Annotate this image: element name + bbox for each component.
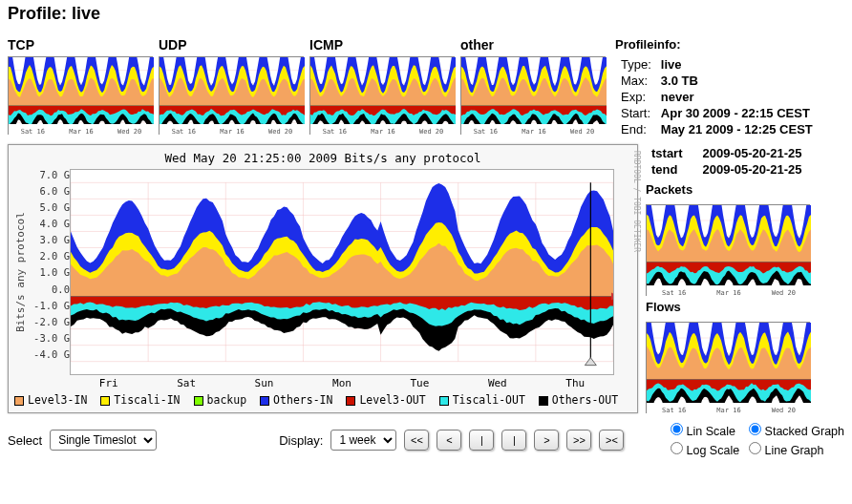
xaxis-ticks: FriSatSunMonTueWedThu bbox=[70, 377, 614, 389]
mini-chart-tcp-svg: Sat 16Mar 16Wed 20 bbox=[9, 57, 154, 136]
proto-icmp-label: ICMP bbox=[309, 37, 455, 52]
main-chart[interactable] bbox=[70, 169, 614, 375]
svg-text:Mar 16: Mar 16 bbox=[371, 128, 394, 136]
svg-text:Wed 20: Wed 20 bbox=[117, 128, 141, 136]
svg-text:Sat 16: Sat 16 bbox=[474, 128, 498, 136]
svg-text:Mar 16: Mar 16 bbox=[716, 289, 740, 297]
flows-label: Flows bbox=[646, 300, 837, 314]
svg-text:Wed 20: Wed 20 bbox=[772, 407, 796, 414]
display-range[interactable]: 1 week bbox=[330, 430, 396, 451]
pi-exp-v: never bbox=[661, 90, 694, 104]
nav-prev-button[interactable]: < bbox=[437, 430, 461, 451]
time-table: tstart2009-05-20-21-25 tend2009-05-20-21… bbox=[646, 144, 837, 178]
nav-mark1-button[interactable]: | bbox=[469, 430, 494, 451]
select-label: Select bbox=[8, 433, 42, 448]
tstart-k: tstart bbox=[651, 146, 683, 160]
svg-text:Mar 16: Mar 16 bbox=[522, 128, 545, 136]
yaxis-label: Bits/s any protocol bbox=[14, 169, 28, 375]
mini-chart-udp[interactable]: Sat 16Mar 16Wed 20 bbox=[159, 56, 304, 135]
svg-text:Mar 16: Mar 16 bbox=[69, 128, 93, 136]
pi-end-k: End: bbox=[617, 122, 655, 136]
tstart-v: 2009-05-20-21-25 bbox=[703, 146, 802, 160]
radio-logscale[interactable]: Log Scale bbox=[671, 442, 739, 457]
mini-chart-packets[interactable]: Sat 16Mar 16Wed 20 bbox=[646, 204, 810, 296]
mini-chart-flows[interactable]: Sat 16Mar 16Wed 20 bbox=[646, 322, 810, 413]
pi-max-k: Max: bbox=[617, 74, 655, 88]
radio-line[interactable]: Line Graph bbox=[749, 442, 844, 457]
scale-radios: Lin Scale Stacked Graph Log Scale Line G… bbox=[671, 423, 844, 457]
svg-text:Sat 16: Sat 16 bbox=[323, 128, 347, 136]
svg-text:Sat 16: Sat 16 bbox=[21, 128, 45, 136]
svg-text:Wed 20: Wed 20 bbox=[268, 128, 292, 136]
yaxis-ticks: 7.0 G6.0 G5.0 G4.0 G3.0 G2.0 G1.0 G0.0-1… bbox=[30, 169, 70, 360]
main-chart-panel: Wed May 20 21:25:00 2009 Bits/s any prot… bbox=[8, 144, 638, 413]
legend-others_in: Others-IN bbox=[260, 393, 332, 407]
proto-tcp-label: TCP bbox=[8, 37, 153, 52]
select-timeslot[interactable]: Single Timeslot bbox=[50, 430, 157, 451]
mini-chart-packets-svg: Sat 16Mar 16Wed 20 bbox=[647, 205, 811, 297]
legend-level3_out: Level3-OUT bbox=[346, 393, 425, 407]
proto-tcp: TCP Sat 16Mar 16Wed 20 bbox=[8, 37, 153, 135]
profileinfo-label: Profileinfo: bbox=[615, 37, 819, 52]
svg-text:Mar 16: Mar 16 bbox=[716, 407, 740, 414]
pi-start-k: Start: bbox=[617, 106, 655, 120]
svg-text:Wed 20: Wed 20 bbox=[772, 289, 796, 297]
nav-last-button[interactable]: >> bbox=[566, 430, 591, 451]
nav-mark2-button[interactable]: | bbox=[501, 430, 526, 451]
proto-udp-label: UDP bbox=[159, 37, 304, 52]
mini-chart-other-svg: Sat 16Mar 16Wed 20 bbox=[461, 57, 607, 136]
radio-linscale[interactable]: Lin Scale bbox=[671, 423, 739, 438]
svg-marker-67 bbox=[611, 293, 614, 301]
proto-other-label: other bbox=[460, 37, 606, 52]
proto-other: other Sat 16Mar 16Wed 20 bbox=[460, 37, 606, 135]
proto-udp: UDP Sat 16Mar 16Wed 20 bbox=[159, 37, 304, 135]
legend-level3_in: Level3-IN bbox=[14, 393, 87, 407]
pi-type-v: live bbox=[661, 57, 682, 72]
display-label: Display: bbox=[279, 433, 323, 448]
svg-text:Sat 16: Sat 16 bbox=[662, 289, 686, 297]
nav-zoom-button[interactable]: >< bbox=[599, 430, 624, 451]
svg-text:Wed 20: Wed 20 bbox=[419, 128, 443, 136]
nav-next-button[interactable]: > bbox=[534, 430, 559, 451]
mini-chart-icmp-svg: Sat 16Mar 16Wed 20 bbox=[310, 57, 456, 136]
legend-tiscali_in: Tiscali-IN bbox=[100, 393, 180, 407]
svg-text:Sat 16: Sat 16 bbox=[172, 128, 196, 136]
mini-chart-other[interactable]: Sat 16Mar 16Wed 20 bbox=[460, 56, 606, 135]
legend-others_out: Others-OUT bbox=[539, 393, 618, 407]
mini-chart-tcp[interactable]: Sat 16Mar 16Wed 20 bbox=[8, 56, 153, 135]
pi-start-v: Apr 30 2009 - 22:15 CEST bbox=[661, 106, 810, 120]
pi-exp-k: Exp: bbox=[617, 90, 655, 104]
legend-tiscali_out: Tiscali-OUT bbox=[439, 393, 525, 407]
proto-icmp: ICMP Sat 16Mar 16Wed 20 bbox=[309, 37, 455, 135]
packets-label: Packets bbox=[646, 182, 837, 197]
radio-stacked[interactable]: Stacked Graph bbox=[749, 423, 844, 438]
legend: Level3-INTiscali-INbackupOthers-INLevel3… bbox=[14, 393, 631, 407]
main-chart-title: Wed May 20 21:25:00 2009 Bits/s any prot… bbox=[14, 151, 631, 165]
svg-text:Mar 16: Mar 16 bbox=[220, 128, 244, 136]
mini-chart-flows-svg: Sat 16Mar 16Wed 20 bbox=[647, 323, 811, 414]
nav-first-button[interactable]: << bbox=[404, 430, 429, 451]
pi-max-v: 3.0 TB bbox=[661, 74, 698, 88]
mini-chart-icmp[interactable]: Sat 16Mar 16Wed 20 bbox=[309, 56, 455, 135]
mini-chart-udp-svg: Sat 16Mar 16Wed 20 bbox=[160, 57, 305, 136]
page-title: Profile: live bbox=[8, 4, 844, 24]
profile-info: Profileinfo: Type:live Max:3.0 TB Exp:ne… bbox=[615, 37, 819, 138]
legend-backup: backup bbox=[194, 393, 247, 407]
tend-v: 2009-05-20-21-25 bbox=[703, 162, 802, 177]
pi-end-v: May 21 2009 - 12:25 CEST bbox=[661, 122, 813, 136]
tend-k: tend bbox=[651, 162, 677, 177]
svg-text:Sat 16: Sat 16 bbox=[662, 407, 686, 414]
svg-text:Wed 20: Wed 20 bbox=[570, 128, 594, 136]
pi-type-k: Type: bbox=[617, 57, 655, 72]
rrdtool-label: RRDTOOL / TOBI OETIKER bbox=[632, 151, 641, 252]
